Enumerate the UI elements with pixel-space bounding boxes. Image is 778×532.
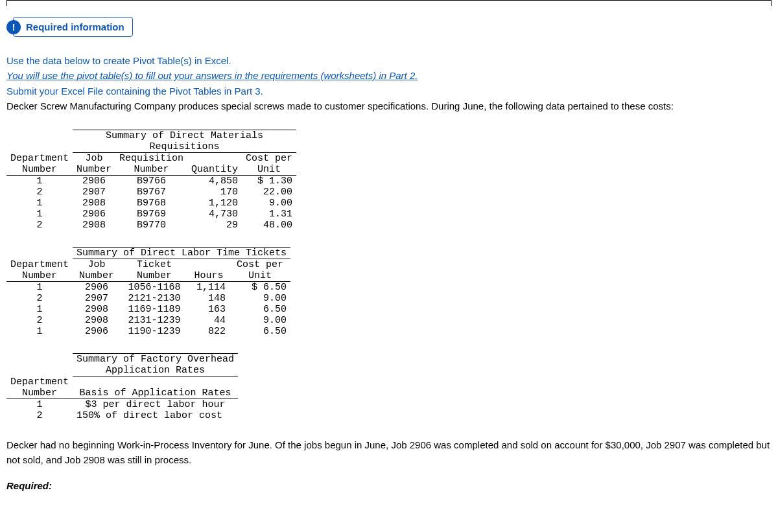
labor-table: Summary of Direct Labor Time Tickets Dep… bbox=[6, 247, 290, 337]
col-header: Requisition bbox=[115, 153, 187, 165]
col-header: Cost per bbox=[230, 259, 290, 271]
materials-table: Summary of Direct Materials Requisitions… bbox=[6, 130, 296, 231]
required-info-badge: ! Required information bbox=[13, 17, 133, 37]
col-header: Job bbox=[73, 153, 115, 165]
col-header: Department bbox=[6, 259, 73, 271]
col-header: Number bbox=[6, 270, 73, 282]
col-header: Number bbox=[115, 164, 187, 176]
table-row: 22907B976717022.00 bbox=[6, 187, 296, 198]
table-row: 12908B97681,1209.00 bbox=[6, 198, 296, 209]
instruction-line: You will use the pivot table(s) to fill … bbox=[6, 68, 772, 83]
table-row: 129061056-11681,114$ 6.50 bbox=[6, 282, 290, 294]
col-header: Number bbox=[73, 270, 121, 282]
instruction-line: Submit your Excel File containing the Pi… bbox=[6, 84, 772, 98]
overhead-title-2: Application Rates bbox=[73, 365, 238, 376]
table-row: 129061190-12398226.50 bbox=[6, 326, 290, 337]
table-row: 229072121-21301489.00 bbox=[6, 293, 290, 304]
instructions-block: Use the data below to create Pivot Table… bbox=[6, 53, 772, 113]
materials-title-1: Summary of Direct Materials bbox=[73, 130, 296, 142]
col-header: Number bbox=[73, 164, 115, 176]
table-row: 129081169-11891636.50 bbox=[6, 304, 290, 315]
instruction-line: Use the data below to create Pivot Table… bbox=[6, 53, 772, 68]
table-row: 1$3 per direct labor hour bbox=[6, 399, 238, 410]
badge-label: Required information bbox=[21, 17, 132, 36]
table-row: 22908B97702948.00 bbox=[6, 220, 296, 231]
col-header: Job bbox=[73, 259, 121, 271]
col-header: Quantity bbox=[187, 164, 242, 176]
col-header: Unit bbox=[230, 270, 290, 282]
col-header: Basis of Application Rates bbox=[73, 387, 238, 399]
info-icon: ! bbox=[6, 20, 21, 34]
col-header: Cost per bbox=[242, 153, 296, 165]
table-row: 12906B97664,850$ 1.30 bbox=[6, 176, 296, 187]
overhead-table: Summary of Factory Overhead Application … bbox=[6, 353, 238, 421]
top-divider bbox=[6, 0, 772, 7]
required-label: Required: bbox=[6, 480, 772, 491]
col-header: Number bbox=[121, 270, 188, 282]
instruction-line: Decker Screw Manufacturing Company produ… bbox=[6, 98, 772, 113]
conclusion-text: Decker had no beginning Work-in-Process … bbox=[6, 437, 772, 468]
materials-title-2: Requisitions bbox=[73, 141, 296, 153]
col-header: Unit bbox=[242, 164, 296, 176]
col-header: Ticket bbox=[121, 259, 188, 271]
labor-title: Summary of Direct Labor Time Tickets bbox=[73, 248, 290, 259]
table-row: 12906B97694,7301.31 bbox=[6, 209, 296, 220]
table-row: 2150% of direct labor cost bbox=[6, 410, 238, 421]
col-header: Number bbox=[6, 387, 73, 399]
overhead-title-1: Summary of Factory Overhead bbox=[73, 354, 238, 365]
table-row: 229082131-1239449.00 bbox=[6, 315, 290, 326]
col-header: Hours bbox=[188, 270, 230, 282]
col-header: Department bbox=[6, 153, 73, 165]
col-header: Department bbox=[6, 376, 73, 387]
col-header: Number bbox=[6, 164, 73, 176]
